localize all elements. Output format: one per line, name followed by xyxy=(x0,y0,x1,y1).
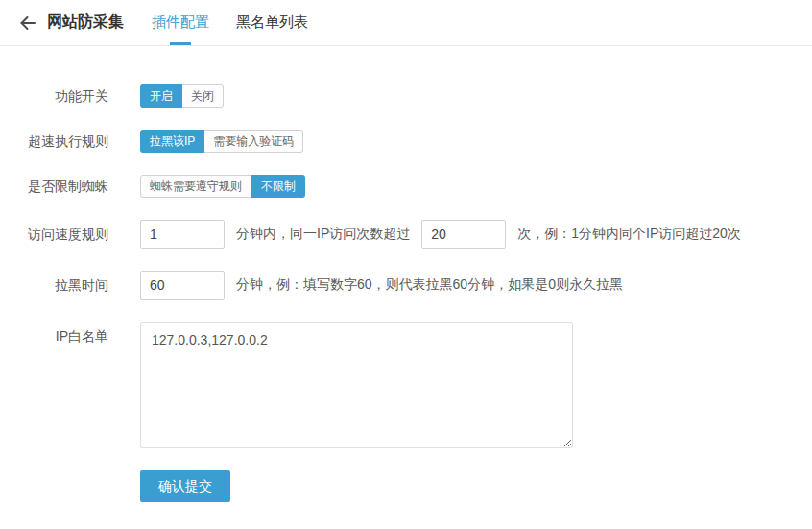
visit-speed-rule-label: 访问速度规则 xyxy=(0,223,108,246)
row-overspeed-rule: 超速执行规则 拉黑该IP 需要输入验证码 xyxy=(0,130,812,153)
tab-bar: 插件配置 黑名单列表 xyxy=(152,0,335,45)
back-icon[interactable] xyxy=(17,12,38,34)
function-switch-label: 功能开关 xyxy=(0,84,108,108)
tab-blacklist[interactable]: 黑名单列表 xyxy=(236,0,308,45)
visit-speed-middle-text: 分钟内，同一IP访问次数超过 xyxy=(236,226,410,243)
switch-off-button[interactable]: 关闭 xyxy=(182,84,224,108)
row-blacklist-time: 拉黑时间 分钟，例：填写数字60，则代表拉黑60分钟，如果是0则永久拉黑 xyxy=(0,271,812,300)
plugin-config-form: 功能开关 开启 关闭 超速执行规则 拉黑该IP 需要输入验证码 是否限制蜘蛛 蜘… xyxy=(0,46,812,502)
overspeed-rule-group: 拉黑该IP 需要输入验证码 xyxy=(140,130,303,153)
page-header: 网站防采集 插件配置 黑名单列表 xyxy=(0,0,812,46)
visit-speed-example-text: 次，例：1分钟内同个IP访问超过20次 xyxy=(517,226,741,243)
blacklist-ip-button[interactable]: 拉黑该IP xyxy=(140,130,204,153)
spider-limit-label: 是否限制蜘蛛 xyxy=(0,175,108,198)
row-spider-limit: 是否限制蜘蛛 蜘蛛需要遵守规则 不限制 xyxy=(0,175,812,198)
blacklist-time-label: 拉黑时间 xyxy=(0,274,108,297)
row-visit-speed-rule: 访问速度规则 分钟内，同一IP访问次数超过 次，例：1分钟内同个IP访问超过20… xyxy=(0,220,812,249)
spider-obey-rules-button[interactable]: 蜘蛛需要遵守规则 xyxy=(140,175,251,198)
tab-blacklist-label: 黑名单列表 xyxy=(236,13,308,32)
row-function-switch: 功能开关 开启 关闭 xyxy=(0,84,812,108)
tab-plugin-config[interactable]: 插件配置 xyxy=(152,0,209,45)
submit-row: 确认提交 xyxy=(140,470,812,502)
confirm-submit-button[interactable]: 确认提交 xyxy=(140,470,230,502)
spider-unlimited-button[interactable]: 不限制 xyxy=(251,175,305,198)
row-ip-whitelist: IP白名单 127.0.0.3,127.0.0.2 xyxy=(0,322,812,448)
function-switch-group: 开启 关闭 xyxy=(140,84,224,108)
spider-limit-group: 蜘蛛需要遵守规则 不限制 xyxy=(140,175,305,198)
ip-whitelist-label: IP白名单 xyxy=(0,322,108,344)
blacklist-minutes-input[interactable] xyxy=(140,271,225,300)
minutes-input[interactable] xyxy=(140,220,225,249)
blacklist-time-example-text: 分钟，例：填写数字60，则代表拉黑60分钟，如果是0则永久拉黑 xyxy=(236,277,623,294)
require-captcha-button[interactable]: 需要输入验证码 xyxy=(204,130,303,153)
ip-whitelist-textarea[interactable]: 127.0.0.3,127.0.0.2 xyxy=(140,322,573,448)
page-title: 网站防采集 xyxy=(47,12,124,33)
overspeed-rule-label: 超速执行规则 xyxy=(0,130,108,153)
switch-on-button[interactable]: 开启 xyxy=(140,84,182,108)
visit-times-input[interactable] xyxy=(421,220,506,249)
tab-plugin-config-label: 插件配置 xyxy=(152,13,209,32)
